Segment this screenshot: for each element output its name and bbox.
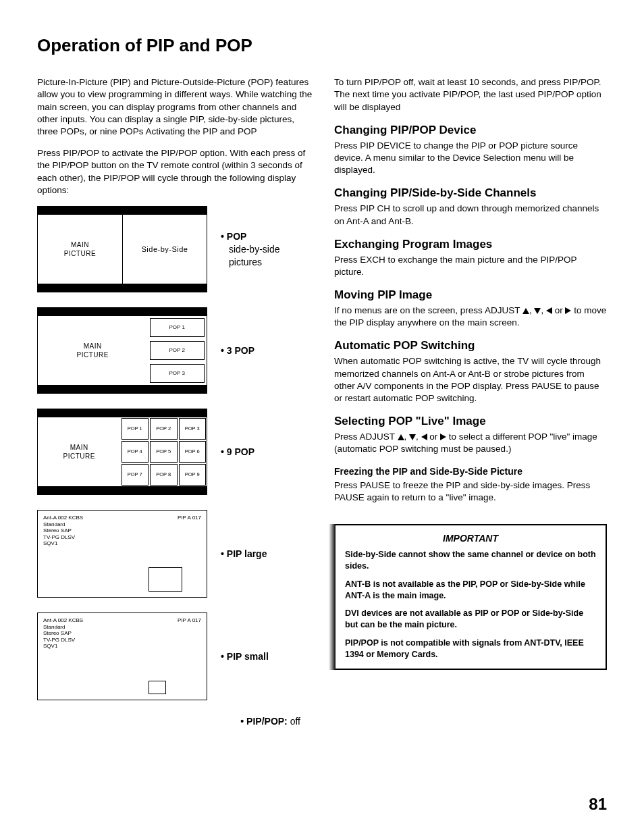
pop9-cell: POP 1 [122, 418, 149, 440]
important-3: DVI devices are not available as PIP or … [345, 608, 596, 631]
pip-small-label: • PIP small [221, 650, 269, 663]
text-moving-pip: If no menus are on the screen, press ADJ… [334, 305, 607, 329]
pop9-cell: POP 2 [150, 418, 178, 440]
pop9-cell: POP 3 [179, 418, 207, 440]
pop3-main: MAINPICTURE [38, 316, 148, 385]
right-icon [440, 434, 446, 440]
down-icon [409, 434, 416, 440]
page-title: Operation of PIP and POP [37, 34, 607, 57]
pop3-item: POP 2 [150, 341, 205, 360]
up-icon [398, 434, 404, 440]
text-freezing: Press PAUSE to freeze the PIP and side-b… [334, 479, 607, 504]
pip-large-osd-right: PIP A 017 [178, 515, 201, 521]
intro-paragraph-2: Press PIP/POP to activate the PIP/POP op… [37, 147, 314, 197]
pop9-cell: POP 7 [122, 464, 149, 486]
text-select-live: Press ADJUST , , or to select a differen… [334, 431, 607, 455]
diagram-pip-large: Ant-A 002 KCBS Standard Stereo SAP TV-PG… [37, 510, 314, 598]
page-number: 81 [589, 793, 607, 815]
important-1: Side-by-Side cannot show the same channe… [345, 549, 596, 572]
sbs-label: • POP side-by-side pictures [221, 230, 314, 269]
pip-small-inset [149, 681, 166, 694]
sbs-main: MAINPICTURE [38, 215, 122, 284]
important-box: IMPORTANT Side-by-Side cannot show the s… [334, 524, 607, 670]
diagram-sbs: MAINPICTURE Side-by-Side • POP side-by-s… [37, 206, 314, 292]
pop9-cell: POP 6 [179, 441, 207, 463]
diagram-off: • PIP/POP: off [37, 715, 300, 728]
content-columns: Picture-In-Picture (PIP) and Picture-Out… [37, 76, 607, 743]
pop9-cell: POP 8 [150, 464, 178, 486]
sbs-right: Side-by-Side [122, 215, 207, 284]
right-intro: To turn PIP/POP off, wait at least 10 se… [334, 76, 607, 113]
pop9-label: • 9 POP [221, 446, 254, 459]
pip-small-osd-right: PIP A 017 [178, 617, 201, 624]
pop3-label: • 3 POP [221, 344, 254, 357]
pop3-item: POP 1 [150, 318, 205, 337]
pop3-item: POP 3 [150, 364, 205, 383]
text-auto-pop: When automatic POP switching is active, … [334, 355, 607, 405]
intro-paragraph-1: Picture-In-Picture (PIP) and Picture-Out… [37, 76, 314, 138]
diagram-pip-small: Ant-A 002 KCBS Standard Stereo SAP TV-PG… [37, 613, 314, 700]
pop9-main: MAINPICTURE [38, 417, 121, 486]
up-icon [522, 308, 529, 314]
heading-auto-pop: Automatic POP Switching [334, 338, 607, 354]
diagram-9pop: MAINPICTURE POP 1 POP 2 POP 3 POP 4 POP … [37, 409, 314, 495]
heading-change-device: Changing PIP/POP Device [334, 123, 607, 138]
text-exchange: Press EXCH to exchange the main picture … [334, 254, 607, 278]
left-icon [546, 307, 552, 314]
heading-freezing: Freezing the PIP and Side-By-Side Pictur… [334, 465, 607, 478]
down-icon [534, 308, 541, 314]
heading-exchange: Exchanging Program Images [334, 237, 607, 253]
important-4: PIP/POP is not compatible with signals f… [345, 637, 596, 660]
important-title: IMPORTANT [345, 532, 596, 545]
pop9-cell: POP 4 [122, 441, 149, 463]
text-change-device: Press PIP DEVICE to change the PIP or PO… [334, 140, 607, 177]
off-label: • PIP/POP: off [240, 715, 300, 728]
pip-large-label: • PIP large [221, 548, 267, 561]
pop9-cell: POP 5 [150, 441, 178, 463]
pip-large-inset [149, 567, 182, 592]
pop9-cell: POP 9 [179, 464, 207, 486]
important-2: ANT-B is not available as the PIP, POP o… [345, 579, 596, 602]
heading-moving-pip: Moving PIP Image [334, 288, 607, 303]
right-column: To turn PIP/POP off, wait at least 10 se… [334, 76, 607, 743]
left-icon [421, 434, 427, 440]
text-change-channels: Press PIP CH to scroll up and down throu… [334, 203, 607, 227]
heading-change-channels: Changing PIP/Side-by-Side Channels [334, 186, 607, 201]
left-column: Picture-In-Picture (PIP) and Picture-Out… [37, 76, 314, 743]
diagram-3pop: MAINPICTURE POP 1 POP 2 POP 3 • 3 POP [37, 307, 314, 394]
heading-select-live: Selecting POP "Live" Image [334, 414, 607, 429]
